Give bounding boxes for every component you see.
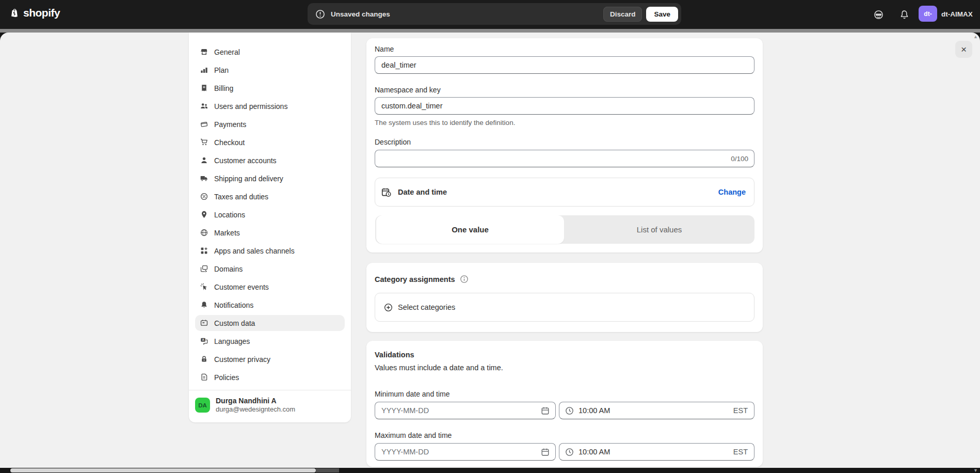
max-timezone-label: EST [733, 448, 748, 456]
category-assignments-title: Category assignments [375, 275, 455, 283]
min-time-input[interactable] [579, 406, 729, 415]
plan-icon [200, 66, 208, 74]
change-type-link[interactable]: Change [718, 188, 746, 196]
sidebar-item-domains[interactable]: Domains [195, 261, 345, 277]
select-categories-label: Select categories [398, 303, 455, 311]
list-of-values-tab[interactable]: List of values [564, 215, 754, 244]
languages-icon: A [200, 337, 208, 345]
sidebar-item-shipping-and-delivery[interactable]: Shipping and delivery [195, 170, 345, 186]
clock-icon [565, 406, 574, 416]
namespace-help-text: The system uses this to identify the def… [375, 119, 515, 127]
sidebar-item-users-and-permissions[interactable]: Users and permissions [195, 98, 345, 114]
shopify-logo-text: shopify [23, 7, 60, 19]
calendar-icon[interactable] [540, 447, 550, 457]
sidebar-item-languages[interactable]: ALanguages [195, 333, 345, 349]
sidebar-item-label: Customer events [214, 283, 269, 291]
min-date-input[interactable] [381, 406, 540, 415]
description-label: Description [375, 138, 411, 146]
scrollbar-up-arrow[interactable]: ▲ [973, 35, 978, 39]
max-time-input-wrap: EST [559, 443, 754, 461]
sidebar-item-label: Locations [214, 211, 245, 219]
users-icon [200, 102, 208, 111]
shopify-bag-icon [9, 8, 20, 19]
user-avatar: DA [195, 398, 210, 413]
sidebar-item-payments[interactable]: Payments [195, 116, 345, 132]
validations-card: Validations Values must include a date a… [366, 341, 763, 467]
store-icon [200, 48, 208, 56]
billing-icon [200, 84, 208, 92]
info-icon[interactable] [459, 274, 469, 284]
horizontal-scrollbar: ▼ [0, 468, 980, 473]
sidebar-item-taxes-and-duties[interactable]: Taxes and duties [195, 188, 345, 204]
min-time-input-wrap: EST [559, 402, 754, 419]
sidebar-item-label: Apps and sales channels [214, 247, 295, 255]
description-input[interactable] [375, 150, 754, 167]
content-type-row: Date and time Change [375, 178, 754, 207]
notifications-bell-icon[interactable] [899, 9, 910, 20]
taxes-icon [200, 192, 208, 201]
sidebar-item-label: Languages [214, 337, 250, 345]
markets-icon [200, 228, 208, 237]
scrollbar-down-arrow[interactable]: ▼ [973, 468, 978, 473]
sidebar-user[interactable]: DA Durga Nandhini A durga@wedesigntech.c… [195, 397, 295, 414]
validations-subtitle: Values must include a date and a time. [375, 364, 503, 372]
description-char-counter: 0/100 [731, 155, 748, 163]
sidebar-item-label: General [214, 48, 240, 56]
one-value-tab[interactable]: One value [376, 215, 564, 244]
max-time-input[interactable] [579, 448, 729, 456]
sidebar-item-customer-privacy[interactable]: Customer privacy [195, 351, 345, 367]
checkout-icon [200, 138, 208, 147]
sidebar-item-customer-events[interactable]: Customer events [195, 279, 345, 295]
sidebar-item-label: Users and permissions [214, 102, 287, 111]
max-date-input[interactable] [381, 448, 540, 456]
sidebar-item-label: Notifications [214, 301, 253, 309]
sidebar-item-label: Taxes and duties [214, 193, 268, 201]
location-icon [200, 210, 208, 219]
close-settings-button[interactable]: × [955, 41, 972, 58]
sidebar-item-label: Checkout [214, 138, 245, 147]
sidebar-item-checkout[interactable]: Checkout [195, 134, 345, 150]
settings-sidebar: GeneralPlanBillingUsers and permissionsP… [189, 33, 351, 422]
settings-modal: GeneralPlanBillingUsers and permissionsP… [0, 33, 980, 468]
sidekick-assistant-icon[interactable] [873, 9, 884, 20]
sidebar-item-label: Customer accounts [214, 156, 277, 165]
admin-topbar: shopify Unsaved changes Discard Save dt-… [0, 0, 980, 29]
account-icon [200, 156, 208, 165]
shopify-logo[interactable]: shopify [9, 7, 60, 19]
alert-circle-icon [315, 9, 326, 20]
select-categories-button[interactable]: Select categories [375, 293, 754, 322]
sidebar-item-label: Customer privacy [214, 355, 270, 364]
store-avatar[interactable]: dt- [919, 6, 937, 22]
sidebar-item-custom-data[interactable]: Custom data [195, 315, 345, 331]
sidebar-item-apps-and-sales-channels[interactable]: Apps and sales channels [195, 243, 345, 259]
domains-icon [200, 264, 208, 273]
sidebar-item-label: Domains [214, 265, 243, 273]
policies-icon [200, 373, 208, 382]
name-input[interactable] [375, 56, 754, 74]
events-icon [200, 282, 208, 291]
sidebar-item-markets[interactable]: Markets [195, 225, 345, 241]
sidebar-item-policies[interactable]: Policies [195, 369, 345, 385]
sidebar-item-plan[interactable]: Plan [195, 62, 345, 78]
namespace-input[interactable] [375, 97, 754, 115]
sidebar-item-general[interactable]: General [195, 44, 345, 60]
max-date-label: Maximum date and time [375, 431, 452, 439]
user-email: durga@wedesigntech.com [216, 405, 295, 414]
horizontal-scrollbar-thumb[interactable] [10, 468, 316, 472]
apps-icon [200, 246, 208, 255]
unsaved-changes-text: Unsaved changes [331, 10, 603, 18]
sidebar-item-billing[interactable]: Billing [195, 80, 345, 96]
namespace-label: Namespace and key [375, 86, 441, 94]
max-date-input-wrap [375, 443, 556, 461]
name-label: Name [375, 45, 394, 53]
calendar-clock-icon [381, 187, 392, 198]
sidebar-divider [189, 390, 351, 390]
sidebar-item-customer-accounts[interactable]: Customer accounts [195, 152, 345, 168]
sidebar-item-locations[interactable]: Locations [195, 207, 345, 223]
modal-backdrop-edge [0, 29, 980, 33]
calendar-icon[interactable] [540, 406, 550, 416]
definition-card: Name Namespace and key The system uses t… [366, 38, 763, 253]
sidebar-item-notifications[interactable]: Notifications [195, 297, 345, 313]
discard-button[interactable]: Discard [603, 7, 642, 22]
save-button[interactable]: Save [646, 7, 678, 22]
